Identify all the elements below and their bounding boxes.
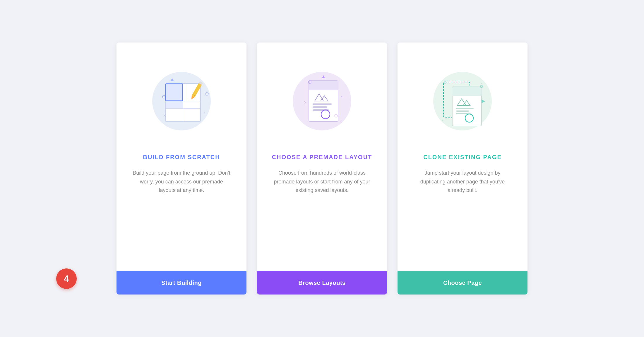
illustration-scratch: ◇ × • — [141, 60, 222, 142]
clone-svg: ◇ ▶ × • — [430, 69, 495, 133]
card-premade: × • × CHOOSE A PREMADE LAYOUT Choose fro… — [257, 42, 387, 295]
svg-text:×: × — [340, 119, 342, 124]
svg-rect-38 — [456, 110, 469, 112]
card-clone-desc: Jump start your layout design by duplica… — [413, 169, 512, 195]
card-clone-title: CLONE EXISTING PAGE — [423, 154, 502, 161]
card-premade-desc: Choose from hundreds of world-class prem… — [272, 169, 372, 195]
scratch-svg: ◇ × • — [149, 69, 214, 133]
svg-text:◇: ◇ — [205, 91, 209, 96]
step-badge: 4 — [56, 268, 77, 289]
card-premade-body: × • × CHOOSE A PREMADE LAYOUT Choose fro… — [257, 42, 387, 271]
svg-point-12 — [162, 95, 165, 98]
svg-rect-6 — [166, 101, 183, 108]
svg-rect-37 — [456, 108, 474, 109]
browse-layouts-button[interactable]: Browse Layouts — [257, 271, 387, 295]
svg-text:▶: ▶ — [482, 98, 485, 103]
svg-rect-22 — [313, 106, 327, 108]
svg-rect-4 — [166, 84, 183, 101]
card-scratch: ◇ × • BUILD FROM SCRATCH Build your page… — [117, 42, 246, 295]
svg-rect-34 — [452, 93, 482, 96]
choose-page-button[interactable]: Choose Page — [398, 271, 527, 295]
svg-text:×: × — [304, 100, 306, 105]
card-premade-title: CHOOSE A PREMADE LAYOUT — [272, 154, 372, 161]
page-wrapper: 4 — [0, 0, 644, 337]
card-scratch-desc: Build your page from the ground up. Don'… — [132, 169, 231, 195]
cards-container: ◇ × • BUILD FROM SCRATCH Build your page… — [111, 42, 533, 295]
illustration-clone: ◇ ▶ × • — [422, 60, 503, 142]
svg-text:•: • — [442, 118, 443, 122]
illustration-premade: × • × — [281, 60, 363, 142]
svg-text:•: • — [341, 94, 342, 99]
card-clone: ◇ ▶ × • CLONE EXISTING PAGE Jump start y… — [398, 42, 527, 295]
card-clone-body: ◇ ▶ × • CLONE EXISTING PAGE Jump start y… — [398, 42, 527, 271]
svg-marker-25 — [322, 75, 325, 78]
card-scratch-body: ◇ × • BUILD FROM SCRATCH Build your page… — [117, 42, 246, 271]
svg-rect-18 — [309, 87, 338, 90]
svg-text:•: • — [203, 110, 205, 115]
card-scratch-title: BUILD FROM SCRATCH — [143, 154, 220, 161]
start-building-button[interactable]: Start Building — [117, 271, 246, 295]
svg-text:×: × — [163, 113, 166, 118]
svg-rect-21 — [313, 103, 332, 105]
svg-text:×: × — [481, 82, 483, 86]
premade-svg: × • × — [290, 69, 354, 133]
svg-marker-11 — [170, 78, 174, 81]
svg-text:◇: ◇ — [443, 80, 447, 84]
step-number: 4 — [64, 273, 69, 284]
